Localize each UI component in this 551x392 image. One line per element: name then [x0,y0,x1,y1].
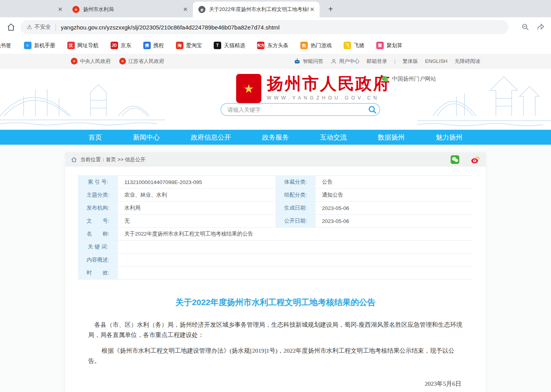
bookmark-toutiao[interactable]: 东方 东方头条 [257,42,288,49]
emblem-icon: ★ [71,58,78,64]
breadcrumb[interactable]: 当前位置：首页 >> 信息公开 [80,156,145,163]
new-tab-button[interactable]: + [325,4,336,15]
table-row: 名 称: 关于2022年度扬州市水利工程文明工地考核结果的公告 [78,228,473,241]
nav-services[interactable]: 政务服务 [262,133,289,142]
tab-clipped[interactable]: ✕ [0,2,67,17]
meta-value: 2023-05-06 [316,215,473,228]
bookmark-tmall[interactable]: T 天猫精选 [214,42,245,49]
zoom-out-icon[interactable] [521,23,530,31]
tab-water-bureau[interactable]: ★ 扬州市水利局 ✕ [67,2,193,17]
tab-announcement-active[interactable]: e 关于2022年度扬州市水利工程文明工地考核结果的公告 ✕ [193,2,320,17]
weibo-share-icon[interactable] [471,155,480,164]
bookmark-games[interactable]: 热 热门游戏 [300,42,332,49]
site-search [220,103,380,116]
bookmark-manual[interactable]: ≡ 新机手册 [24,42,55,49]
wechat-share-icon[interactable] [450,155,460,164]
accessible-link[interactable]: 无障碍阅读 [455,58,480,65]
meta-label: 体裁分类: [276,176,316,189]
ctrip-icon: 携 [143,42,151,49]
nav-news[interactable]: 新闻中心 [133,133,160,142]
bookmark-juhuasuan[interactable]: 聚 聚划算 [376,42,403,49]
juhuasuan-icon: 聚 [376,42,384,49]
search-input[interactable] [227,107,368,113]
bookmark-label: 热门游戏 [311,42,332,49]
gov-link-label: 江苏省人民政府 [128,58,164,65]
table-row: 时 效: [78,267,473,280]
table-row: 主题分类: 农业、林业、水利 组配分类: 通知公告 [78,189,473,202]
search-icon[interactable] [368,105,377,114]
mail-login-link[interactable]: 邮箱登录 [367,58,387,65]
url-omnibox[interactable]: ⚠ 不安全 yangzhou.gov.cn/yzszxxgk/slj/20230… [20,20,508,34]
nav-site-icon: 汉 [67,42,75,49]
nav-info-disclosure[interactable]: 政府信息公开 [191,133,231,142]
jd-icon: JD [111,42,118,49]
manual-icon: ≡ [24,42,31,49]
table-row: 发布机构: 水利局 生成日期: 2023-05-06 [78,202,473,215]
breadcrumb-bar: 当前位置：首页 >> 信息公开 [65,153,486,167]
meta-label: 索 引 号: [78,176,118,189]
bookmark-ctrip[interactable]: 携 携程 [143,42,164,49]
gov-top-bar: ★ 中央人民政府 ★ 江苏省人民政府 智能问答 用户中心 邮箱登 [0,54,551,69]
bookmark-label: 新机手册 [34,42,55,49]
e-browser-icon: e [198,6,205,13]
address-bar: ⚠ 不安全 yangzhou.gov.cn/yzszxxgk/slj/20230… [0,17,551,37]
bridge-sketch-left [0,69,165,130]
security-label: 不安全 [34,24,51,31]
article-body: 各县（市、区）水利（务）局，扬州经济开发区城乡事务管理局，生态科技新城规划建设局… [88,320,463,392]
bookmark-label: 天猫精选 [224,42,245,49]
meta-value [118,254,473,267]
robot-icon [294,58,301,65]
meta-label: 文 号: [78,215,118,228]
meta-value: 2023-05-06 [316,202,473,215]
meta-label: 时 效: [78,267,118,280]
meta-label: 内容概述: [78,254,118,267]
home-icon[interactable] [6,22,16,32]
portal-label: 中国扬州门户网站 [392,75,436,83]
bookmark-jd[interactable]: JD 京东 [111,42,131,49]
emblem-icon: ★ [72,6,80,13]
link-central-gov[interactable]: ★ 中央人民政府 [71,58,111,65]
home-icon [71,156,77,163]
user-center-link[interactable]: 用户中心 [331,58,360,65]
meta-label: 生成日期: [276,202,316,215]
nav-charm[interactable]: 魅力扬州 [436,133,462,142]
nav-home[interactable]: 首页 [89,133,102,142]
meta-value [118,267,473,280]
bookmark-taobao[interactable]: 淘 爱淘宝 [176,42,202,49]
article-paragraph: 根据《扬州市水利工程文明工地建设管理办法》(扬水规[2019]1号)，2022年… [88,346,463,366]
close-icon[interactable]: ✕ [309,6,316,13]
article-date: 2023年5月6日 [88,379,463,389]
link-jiangsu-gov[interactable]: ★ 江苏省人民政府 [119,58,164,65]
wechat-icon [381,75,389,83]
metadata-table: 索 引 号: 11321000014407098E-2023-095 体裁分类:… [78,175,473,280]
meta-value: 水利局 [118,202,276,215]
meta-value [118,241,473,254]
meta-label: 组配分类: [276,189,316,202]
nav-data[interactable]: 数据扬州 [378,133,405,142]
bookmark-label: 网址导航 [78,42,99,49]
bookmark-clipped[interactable]: 机书签 [0,42,11,49]
meta-value: 11321000014407098E-2023-095 [118,176,276,189]
bookmark-label: 京东 [121,42,131,49]
meta-value: 通知公告 [316,189,473,202]
meta-label: 名 称: [78,228,118,241]
util-label: 用户中心 [339,58,360,65]
table-row: 内容概述: [78,254,473,267]
close-icon[interactable]: ✕ [182,6,189,13]
bridge-sketch-right [417,69,551,130]
traditional-link[interactable]: 繁体版 [403,58,418,65]
close-icon[interactable]: ✕ [57,6,64,13]
nav-interaction[interactable]: 互动交流 [320,133,347,142]
games-icon: 热 [300,42,308,49]
meta-value: 农业、林业、水利 [118,189,276,202]
english-link[interactable]: ENGLISH [425,58,447,64]
share-icon[interactable] [536,23,545,31]
bookmark-label: 聚划算 [386,42,403,49]
site-name: 扬州市人民政府 [267,74,391,94]
smart-qa-link[interactable]: 智能问答 [294,58,324,65]
tab-title: 关于2022年度扬州市水利工程文明工地考核结果的公告 [209,6,309,13]
portal-link[interactable]: 中国扬州门户网站 [381,75,436,83]
gov-link-label: 中央人民政府 [80,58,111,65]
bookmark-nav-site[interactable]: 汉 网址导航 [67,42,99,49]
bookmark-fliggy[interactable]: 飞 飞猪 [344,42,364,49]
